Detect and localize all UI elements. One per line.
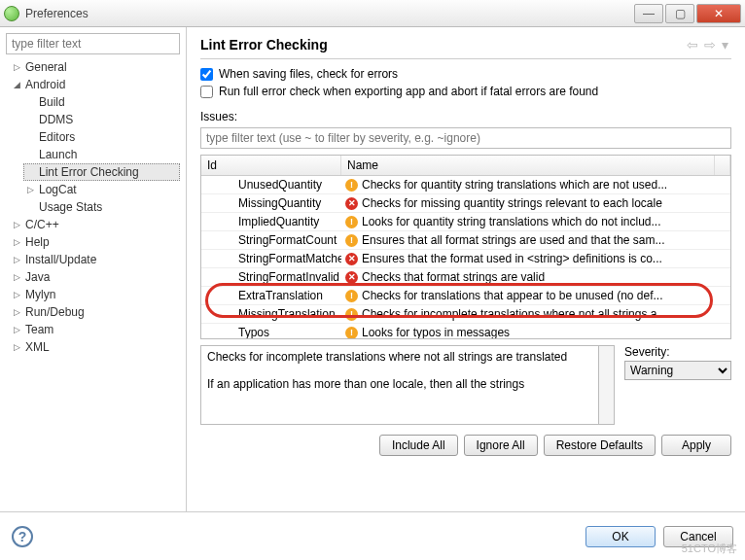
issues-table[interactable]: Id Name UnusedQuantity!Checks for quanti… [200, 155, 731, 339]
severity-label: Severity: [624, 345, 731, 359]
app-icon [4, 6, 19, 21]
expand-icon[interactable]: ▷ [14, 342, 23, 352]
preference-tree[interactable]: ▷General◢AndroidBuildDDMSEditorsLaunchLi… [6, 58, 180, 356]
tree-item-launch[interactable]: Launch [23, 146, 180, 163]
forward-icon[interactable]: ⇨ [704, 37, 716, 52]
tree-item-build[interactable]: Build [23, 93, 180, 111]
tree-item-xml[interactable]: ▷XML [10, 338, 180, 356]
warning-icon: ! [345, 290, 358, 302]
table-row[interactable]: MissingQuantity✕Checks for missing quant… [201, 194, 730, 213]
error-icon: ✕ [345, 197, 358, 210]
sidebar: ▷General◢AndroidBuildDDMSEditorsLaunchLi… [0, 27, 187, 511]
error-icon: ✕ [345, 253, 358, 265]
content-pane: Lint Error Checking ⇦ ⇨ ▾ When saving fi… [187, 27, 745, 511]
table-row[interactable]: StringFormatInvalid✕Checks that format s… [201, 268, 730, 287]
expand-icon[interactable]: ▷ [14, 255, 23, 264]
tree-filter-input[interactable] [6, 33, 180, 54]
check-on-save[interactable]: When saving files, check for errors [200, 67, 731, 81]
apply-button[interactable]: Apply [661, 435, 731, 456]
tree-item-run-debug[interactable]: ▷Run/Debug [10, 303, 180, 321]
tree-item-install-update[interactable]: ▷Install/Update [10, 251, 180, 268]
expand-icon[interactable]: ▷ [14, 220, 23, 229]
warning-icon: ! [345, 327, 358, 339]
tree-item-help[interactable]: ▷Help [10, 233, 180, 251]
tree-item-mylyn[interactable]: ▷Mylyn [10, 286, 180, 303]
table-row[interactable]: Typos!Looks for typos in messages [201, 324, 730, 339]
restore-defaults-button[interactable]: Restore Defaults [544, 435, 656, 456]
expand-icon[interactable]: ▷ [14, 62, 23, 72]
issues-label: Issues: [200, 110, 731, 123]
expand-icon[interactable]: ▷ [14, 237, 23, 247]
tree-item-ddms[interactable]: DDMS [23, 111, 180, 128]
expand-icon[interactable]: ▷ [14, 290, 23, 299]
tree-item-usage-stats[interactable]: Usage Stats [23, 198, 180, 216]
titlebar: Preferences — ▢ ✕ [0, 0, 745, 27]
table-row[interactable]: StringFormatMatches✕Ensures that the for… [201, 250, 730, 268]
column-id[interactable]: Id [201, 156, 341, 175]
help-icon[interactable]: ? [12, 526, 33, 547]
expand-icon[interactable]: ▷ [14, 307, 23, 317]
expand-icon[interactable]: ▷ [27, 185, 37, 194]
back-icon[interactable]: ⇦ [687, 37, 698, 52]
error-icon: ✕ [345, 271, 358, 284]
check-on-save-box[interactable] [200, 68, 213, 81]
maximize-button[interactable]: ▢ [665, 4, 694, 23]
description-scrollbar[interactable] [599, 345, 615, 425]
severity-select[interactable]: Warning [624, 361, 731, 380]
warning-icon: ! [345, 179, 358, 192]
expand-icon[interactable]: ▷ [14, 325, 23, 334]
page-title: Lint Error Checking [200, 37, 684, 52]
column-name[interactable]: Name [341, 156, 715, 175]
description-box: Checks for incomplete translations where… [200, 345, 599, 425]
warning-icon: ! [345, 234, 358, 247]
warning-icon: ! [345, 308, 358, 321]
expand-icon[interactable]: ▷ [14, 272, 23, 282]
watermark: 51CTO博客 [682, 542, 737, 556]
minimize-button[interactable]: — [634, 4, 663, 23]
issues-filter-input[interactable] [200, 127, 731, 149]
tree-item-java[interactable]: ▷Java [10, 268, 180, 286]
ok-button[interactable]: OK [585, 526, 656, 547]
table-row[interactable]: StringFormatCount!Ensures that all forma… [201, 231, 730, 250]
expand-icon[interactable]: ◢ [14, 80, 23, 89]
ignore-all-button[interactable]: Ignore All [464, 435, 538, 456]
tree-item-lint-error-checking[interactable]: Lint Error Checking [23, 163, 180, 181]
check-on-export-box[interactable] [200, 86, 213, 98]
tree-item-c-c-[interactable]: ▷C/C++ [10, 216, 180, 233]
warning-icon: ! [345, 216, 358, 228]
menu-icon[interactable]: ▾ [722, 37, 728, 52]
tree-item-logcat[interactable]: ▷LogCat [23, 181, 180, 198]
table-row[interactable]: ExtraTranslation!Checks for translations… [201, 287, 730, 305]
scroll-header [715, 156, 730, 175]
include-all-button[interactable]: Include All [379, 435, 458, 456]
tree-item-team[interactable]: ▷Team [10, 321, 180, 338]
check-on-export[interactable]: Run full error check when exporting app … [200, 85, 731, 98]
window-title: Preferences [25, 7, 632, 20]
table-row[interactable]: ImpliedQuantity!Looks for quantity strin… [201, 213, 730, 231]
table-row[interactable]: UnusedQuantity!Checks for quantity strin… [201, 176, 730, 194]
footer: ? OK Cancel [0, 511, 745, 560]
tree-item-general[interactable]: ▷General [10, 58, 180, 76]
tree-item-editors[interactable]: Editors [23, 128, 180, 146]
table-row[interactable]: MissingTranslation!Checks for incomplete… [201, 305, 730, 324]
close-button[interactable]: ✕ [696, 4, 741, 23]
tree-item-android[interactable]: ◢Android [10, 76, 180, 93]
